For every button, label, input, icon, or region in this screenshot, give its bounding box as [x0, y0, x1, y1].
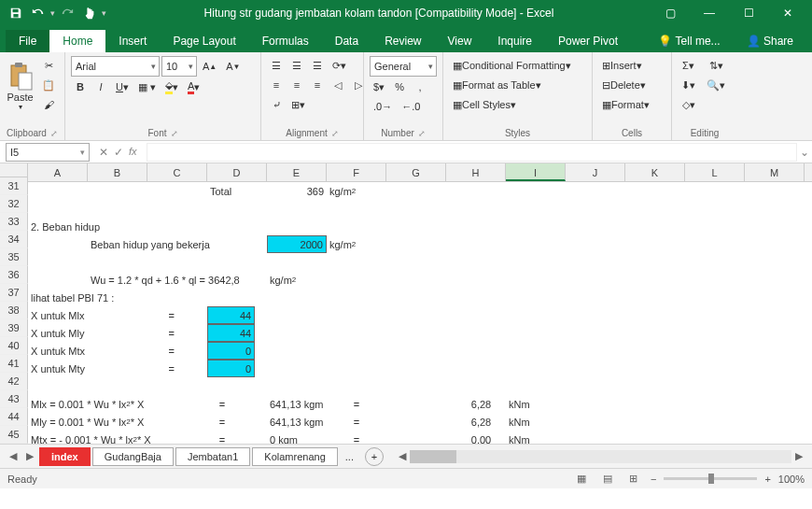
cell-H45[interactable]: 0,00 [446, 431, 494, 444]
cell-A41[interactable]: X untuk Mty [28, 360, 147, 377]
cell-A37[interactable]: lihat tabel PBI 71 : [28, 289, 207, 306]
conditional-formatting-button[interactable]: ▦ Conditional Formatting ▾ [449, 56, 589, 75]
window-close[interactable]: ✕ [769, 0, 806, 26]
cell-C41[interactable]: = [147, 360, 177, 377]
hscroll-thumb[interactable] [410, 450, 456, 463]
cell-I45[interactable]: kNm [506, 431, 566, 444]
row-header-40[interactable]: 40 [0, 337, 28, 355]
tab-review[interactable]: Review [371, 30, 434, 52]
col-header-K[interactable]: K [625, 163, 685, 181]
merge-center-button[interactable]: ⊞▾ [287, 95, 309, 114]
normal-view-button[interactable]: ▦ [572, 472, 591, 487]
cell-A44[interactable]: Mly = 0.001 * Wu * lx2 * X [28, 413, 207, 431]
increase-font-button[interactable]: A▲ [199, 57, 220, 76]
formula-bar[interactable] [147, 143, 797, 162]
tell-me[interactable]: 💡 Tell me... [645, 30, 733, 52]
row-header-36[interactable]: 36 [0, 266, 28, 284]
col-header-I[interactable]: I [506, 163, 566, 181]
cell-C38[interactable]: = [147, 306, 177, 324]
clipboard-dialog-launcher[interactable]: ⤢ [50, 129, 58, 138]
percent-button[interactable]: % [390, 78, 409, 96]
align-right-button[interactable]: ≡ [308, 76, 327, 94]
underline-button[interactable]: U ▾ [112, 78, 133, 96]
save-icon[interactable] [6, 3, 26, 23]
cut-button[interactable]: ✂ [38, 56, 59, 75]
cell-C39[interactable]: = [147, 324, 177, 342]
cell-D40[interactable]: 0 [207, 342, 255, 360]
sheet-tab-index[interactable]: index [39, 447, 91, 466]
redo-icon[interactable] [57, 3, 77, 23]
tab-insert[interactable]: Insert [105, 30, 160, 52]
page-break-view-button[interactable]: ⊞ [624, 472, 643, 487]
comma-button[interactable]: , [411, 78, 429, 96]
row-header-44[interactable]: 44 [0, 408, 28, 426]
hscroll-right[interactable]: ▶ [791, 450, 806, 462]
number-dialog-launcher[interactable]: ⤢ [418, 129, 426, 138]
col-header-M[interactable]: M [745, 163, 805, 181]
hscroll-track[interactable] [410, 450, 791, 463]
zoom-level[interactable]: 100% [778, 474, 805, 485]
insert-cells-button[interactable]: ⊞ Insert ▾ [598, 56, 665, 75]
cell-C40[interactable]: = [147, 342, 177, 360]
decrease-font-button[interactable]: A▼ [222, 57, 244, 76]
row-header-31[interactable]: 31 [0, 177, 28, 195]
row-header-43[interactable]: 43 [0, 390, 28, 408]
paste-button[interactable]: Paste ▾ [6, 56, 35, 117]
align-top-button[interactable]: ☰ [267, 56, 286, 75]
cell-D31[interactable]: Total [207, 182, 267, 200]
sheet-tab-kolamrenang[interactable]: Kolamrenang [252, 447, 337, 466]
tab-view[interactable]: View [435, 30, 485, 52]
fill-color-button[interactable]: ⬙ ▾ [161, 78, 182, 96]
autosum-button[interactable]: Σ▾ [678, 56, 699, 75]
copy-button[interactable]: 📋 [38, 76, 59, 94]
row-header-42[interactable]: 42 [0, 373, 28, 390]
cell-H43[interactable]: 6,28 [446, 395, 494, 413]
tab-file[interactable]: File [6, 30, 49, 52]
align-left-button[interactable]: ≡ [267, 76, 286, 94]
align-bottom-button[interactable]: ☰ [308, 56, 327, 75]
cell-F43[interactable]: = [327, 395, 386, 413]
col-header-E[interactable]: E [267, 163, 327, 181]
sheet-tab-gudangbaja[interactable]: GudangBaja [92, 447, 174, 466]
tab-data[interactable]: Data [322, 30, 371, 52]
tab-formulas[interactable]: Formulas [249, 30, 322, 52]
cell-F45[interactable]: = [327, 431, 386, 444]
window-minimize[interactable]: — [691, 0, 728, 26]
italic-button[interactable]: I [91, 78, 110, 96]
format-painter-button[interactable]: 🖌 [38, 95, 59, 114]
increase-decimal-button[interactable]: .0→ [370, 97, 396, 116]
new-sheet-button[interactable]: + [365, 447, 384, 466]
col-header-C[interactable]: C [147, 163, 207, 181]
number-format-combo[interactable]: General [370, 56, 437, 77]
row-header-39[interactable]: 39 [0, 319, 28, 337]
row-header-32[interactable]: 32 [0, 195, 28, 213]
row-header-35[interactable]: 35 [0, 248, 28, 266]
row-header-34[interactable]: 34 [0, 231, 28, 248]
align-middle-button[interactable]: ☰ [287, 56, 306, 75]
cell-A38[interactable]: X untuk Mlx [28, 306, 147, 324]
zoom-slider[interactable] [664, 477, 757, 480]
cell-B34[interactable]: Beban hidup yang bekerja [88, 235, 267, 253]
cell-D44[interactable]: = [207, 413, 237, 431]
cell-A33[interactable]: 2. Beban hidup [28, 218, 207, 235]
col-header-H[interactable]: H [446, 163, 506, 181]
insert-function-icon[interactable]: fx [129, 146, 137, 159]
undo-icon[interactable] [28, 3, 49, 23]
cell-styles-button[interactable]: ▦ Cell Styles ▾ [449, 95, 542, 114]
orientation-button[interactable]: ⟳▾ [329, 56, 350, 75]
tab-inquire[interactable]: Inquire [484, 30, 545, 52]
cell-I44[interactable]: kNm [506, 413, 566, 431]
wrap-text-button[interactable]: ⤶ [267, 95, 286, 114]
cell-F34[interactable]: kg/m2 [327, 235, 386, 253]
sheet-tab-jembatan1[interactable]: Jembatan1 [175, 447, 250, 466]
tab-home[interactable]: Home [49, 30, 105, 52]
touch-mode-icon[interactable] [79, 3, 100, 23]
share-button[interactable]: 👤 Share [734, 30, 806, 52]
row-header-38[interactable]: 38 [0, 302, 28, 319]
hscroll-left[interactable]: ◀ [395, 450, 410, 462]
border-button[interactable]: ▦ ▾ [134, 78, 160, 96]
sheet-overflow[interactable]: ... [340, 451, 359, 462]
cell-D38[interactable]: 44 [207, 306, 255, 324]
window-collapse-ribbon[interactable]: ▢ [651, 0, 689, 26]
col-header-B[interactable]: B [88, 163, 147, 181]
